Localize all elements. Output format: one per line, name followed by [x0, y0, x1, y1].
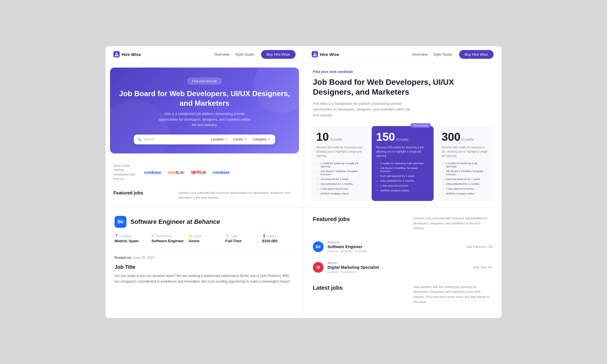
logo-right: Hire Wise: [312, 51, 405, 57]
marvel-job-tags: Contract · Competitive: [328, 270, 469, 274]
location-label: Location: [211, 137, 223, 141]
panel-top-left: Hire Wise Overview Style Guide Buy Hire …: [106, 46, 303, 208]
style-guide-link-right[interactable]: Style Guide: [433, 52, 452, 57]
meta-department-value: Software Engineer: [151, 239, 184, 243]
style-guide-link[interactable]: Style Guide: [235, 52, 254, 57]
behance-job-location: San Francisco, CA: [466, 245, 492, 248]
right-hero-content: Find your next candidate Job Board for W…: [304, 63, 501, 208]
hero-subtitle: Jobs is a handpicked job platform showca…: [156, 111, 253, 128]
nav-links-right: Overview Style Guide: [412, 52, 452, 57]
latest-jobs-desc: Stay updated with the newest job opening…: [413, 285, 492, 304]
behance-avatar: Bé: [115, 216, 126, 228]
featured-jobs-title: Featured jobs: [313, 216, 350, 222]
overview-link[interactable]: Overview: [214, 52, 229, 57]
pricing-unit-10: /Credits: [330, 137, 343, 142]
feature-item: — Jobs published for 2 months.: [442, 181, 489, 186]
posted-on: Posted on: June 25, 2021: [115, 256, 294, 260]
job-card-marvel[interactable]: M Marvel Digital Marketing Specialist Co…: [313, 257, 492, 278]
svg-point-5: [314, 55, 315, 56]
hero-badge: Find your next job: [187, 78, 221, 84]
feature-item: — 5 credits for featuring 5 job openings…: [442, 161, 489, 169]
job-title-header: Software Engineer at Behance: [130, 218, 220, 226]
location-chevron-icon: ▼: [225, 138, 227, 141]
marvel-job-info: Marvel Digital Marketing Specialist Cont…: [328, 261, 469, 274]
logo-icon: [113, 51, 120, 57]
job-company-header: Bé Software Engineer at Behance: [115, 216, 294, 228]
meta-level: ⭐ Level Junior: [188, 234, 221, 243]
featured-header-row: Featured jobs Unleash your potential wit…: [313, 216, 492, 231]
pricing-features-150: — 3 credits for featuring 3 job openings…: [376, 161, 429, 193]
levels-chevron-icon: ▼: [244, 138, 247, 141]
search-icon: 🔍: [137, 137, 142, 142]
most-popular-badge: Most popular: [410, 123, 431, 128]
hero-title: Job Board for Web Developers, UI/UX Desi…: [118, 89, 291, 108]
right-bottom-content: Featured jobs Unleash your potential wit…: [304, 208, 501, 318]
svg-point-2: [116, 55, 117, 56]
pricing-number-150: 150: [376, 131, 395, 142]
panel-bottom-left: Bé Software Engineer at Behance 📍 Locati…: [106, 208, 303, 318]
feature-item: — Job featured for 1 week.: [316, 177, 364, 181]
level-icon: ⭐: [188, 234, 192, 238]
buy-button[interactable]: Buy Hire Wise: [261, 50, 296, 59]
feature-item: — Each job featured for 1 week.: [376, 174, 429, 178]
meta-department: ⚙ Department Software Engineer: [151, 234, 184, 243]
pricing-card-300: 300 /Credits Receive 300 credits for fea…: [437, 126, 494, 201]
logo-icon-right: [312, 51, 318, 57]
logo-text: Hire Wise: [122, 52, 141, 57]
featured-jobs-desc: Unleash your potential with exclusive op…: [413, 216, 492, 231]
meta-location-label: 📍 Location: [115, 234, 147, 238]
find-badge: Find your next candidate: [313, 70, 492, 74]
job-body-text: Are you ready to join our dynamic team? …: [115, 273, 294, 285]
job-detail: Bé Software Engineer at Behance 📍 Locati…: [106, 208, 303, 292]
feature-item: — Job published for 2 months.: [316, 181, 364, 186]
location-dropdown[interactable]: Location ▼: [209, 137, 229, 141]
feature-item: — Verified company status.: [316, 191, 364, 196]
levels-dropdown[interactable]: Levels ▼: [232, 137, 249, 141]
search-input-wrap[interactable]: 🔍: [137, 137, 207, 142]
meta-salary-label: 💲 Salary: [262, 234, 294, 238]
panel-top-right: Hire Wise Overview Style Guide Buy Hire …: [303, 46, 501, 208]
feature-item: — Each job featured for 1 week.: [442, 177, 489, 181]
feature-item: — Jobs published for 2 months.: [376, 178, 429, 183]
right-hero-title: Job Board for Web Developers, UI/UX Desi…: [313, 77, 492, 97]
hubspot-logo: HubSpot: [168, 170, 184, 175]
hero-section: Find your next job Job Board for Web Dev…: [110, 68, 299, 153]
overview-link-right[interactable]: Overview: [412, 52, 427, 57]
pricing-card-150: Most popular 150 /Credits Receive 150 cr…: [372, 126, 434, 201]
feature-item: — 3 credits for featuring 3 job openings…: [376, 161, 429, 166]
coinbase-logo-1: coinbase: [144, 170, 161, 175]
buy-button-right[interactable]: Buy Hire Wise: [459, 50, 494, 59]
pricing-features-300: — 5 credits for featuring 5 job openings…: [442, 161, 489, 196]
feature-item: — Job Board X Webflow Template inclusion…: [442, 169, 489, 177]
search-bar: 🔍 Location ▼ Levels ▼ Category ▼: [134, 135, 275, 144]
coinbase-logo-2: coinbase: [212, 170, 230, 175]
category-label: Category: [253, 137, 266, 141]
trusted-label: Some of the mazing companies that trust …: [113, 164, 136, 181]
nav-links: Overview Style Guide: [214, 52, 254, 57]
meta-level-value: Junior: [188, 239, 221, 243]
feature-item: — Job Board X Webflow Template inclusion…: [316, 169, 364, 177]
pricing-unit-150: /Credits: [396, 137, 408, 142]
meta-salary: 💲 Salary $100,000: [262, 234, 294, 243]
feature-item: — 1-day approval process.: [316, 186, 364, 191]
nav-top-left: Hire Wise Overview Style Guide Buy Hire …: [106, 46, 303, 63]
category-dropdown[interactable]: Category ▼: [251, 137, 272, 141]
panel-bottom-right: Featured jobs Unleash your potential wit…: [303, 208, 501, 318]
feature-item: — Verified company status.: [442, 191, 489, 196]
type-icon: 🕑: [225, 234, 229, 238]
logo-text-right: Hire Wise: [320, 52, 339, 57]
behance-job-avatar: Bé: [313, 241, 324, 252]
logo: Hire Wise: [113, 51, 207, 57]
category-chevron-icon: ▼: [268, 138, 270, 141]
job-card-behance[interactable]: Bé Behance Software Engineer Full-time ·…: [313, 237, 492, 257]
search-input[interactable]: [143, 137, 204, 141]
meta-department-label: ⚙ Department: [151, 234, 184, 238]
meta-type: 🕑 Type Full-Time: [225, 234, 257, 243]
right-hero-subtitle: Hire Wise is a handpicked job platform s…: [313, 101, 415, 118]
meta-salary-value: $100,000: [262, 239, 294, 243]
feature-item: — 1-day approval process.: [442, 186, 489, 191]
department-icon: ⚙: [151, 234, 154, 238]
marvel-company-name: Marvel: [328, 261, 469, 265]
featured-desc: Unleash your potential with exclusive op…: [178, 190, 296, 200]
meta-location: 📍 Location Madrid, Spain: [115, 234, 147, 243]
